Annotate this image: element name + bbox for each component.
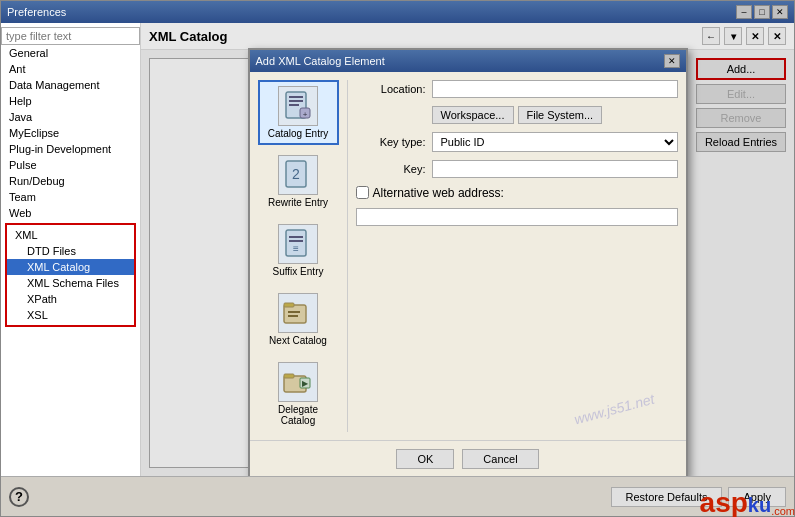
next-catalog-icon-item[interactable]: Next Catalog bbox=[258, 287, 339, 352]
cancel-button[interactable]: Cancel bbox=[462, 449, 538, 469]
alt-web-input-row bbox=[356, 208, 678, 226]
header-toolbar: ← ▾ ✕ ✕ bbox=[702, 27, 786, 45]
location-label: Location: bbox=[356, 83, 426, 95]
window-title: Preferences bbox=[7, 6, 66, 18]
sidebar-item-plugin-dev[interactable]: Plug-in Development bbox=[1, 141, 140, 157]
filter-input[interactable] bbox=[1, 27, 140, 45]
delegate-catalog-icon-item[interactable]: ▶ Delegate Catalog bbox=[258, 356, 339, 432]
rewrite-entry-label: Rewrite Entry bbox=[268, 197, 328, 208]
modal-close-btn[interactable]: ✕ bbox=[664, 54, 680, 68]
svg-text:2: 2 bbox=[292, 166, 300, 182]
sidebar-item-web[interactable]: Web bbox=[1, 205, 140, 221]
ok-button[interactable]: OK bbox=[396, 449, 454, 469]
rewrite-entry-icon: 2 bbox=[278, 155, 318, 195]
restore-defaults-btn[interactable]: Restore Defaults bbox=[611, 487, 723, 507]
svg-rect-1 bbox=[289, 96, 303, 98]
sidebar-item-ant[interactable]: Ant bbox=[1, 61, 140, 77]
modal-body: + Catalog Entry 2 bbox=[250, 72, 686, 440]
sidebar-item-xsl[interactable]: XSL bbox=[7, 307, 134, 323]
key-label: Key: bbox=[356, 163, 426, 175]
next-catalog-label: Next Catalog bbox=[269, 335, 327, 346]
alt-web-row: Alternative web address: bbox=[356, 186, 678, 200]
modal-icon-panel: + Catalog Entry 2 bbox=[258, 80, 348, 432]
key-row: Key: bbox=[356, 160, 678, 178]
location-input[interactable] bbox=[432, 80, 678, 98]
modal-watermark: www.js51.net bbox=[572, 390, 656, 427]
title-bar-buttons: – □ ✕ bbox=[736, 5, 788, 19]
suffix-entry-icon-item[interactable]: ≡ Suffix Entry bbox=[258, 218, 339, 283]
svg-rect-12 bbox=[284, 305, 306, 323]
alt-web-label: Alternative web address: bbox=[373, 186, 504, 200]
maximize-btn[interactable]: □ bbox=[754, 5, 770, 19]
alt-web-input[interactable] bbox=[356, 208, 678, 226]
xml-group: XML DTD Files XML Catalog XML Schema Fil… bbox=[5, 223, 136, 327]
delegate-catalog-icon: ▶ bbox=[278, 362, 318, 402]
sidebar-item-java[interactable]: Java bbox=[1, 109, 140, 125]
content-header: XML Catalog ← ▾ ✕ ✕ bbox=[141, 23, 794, 50]
sidebar-item-xpath[interactable]: XPath bbox=[7, 291, 134, 307]
modal-footer: OK Cancel bbox=[250, 440, 686, 477]
sidebar-item-myeclipse[interactable]: MyEclipse bbox=[1, 125, 140, 141]
close-btn2[interactable]: ✕ bbox=[746, 27, 764, 45]
modal-form: Location: Workspace... File System... bbox=[356, 80, 678, 432]
location-buttons: Workspace... File System... bbox=[432, 106, 603, 124]
key-type-select[interactable]: Public ID System ID URI bbox=[432, 132, 678, 152]
suffix-entry-label: Suffix Entry bbox=[273, 266, 324, 277]
key-input[interactable] bbox=[432, 160, 678, 178]
add-xml-catalog-dialog: Add XML Catalog Element ✕ bbox=[248, 48, 688, 477]
modal-title-bar: Add XML Catalog Element ✕ bbox=[250, 50, 686, 72]
suffix-entry-icon: ≡ bbox=[278, 224, 318, 264]
key-type-row: Key type: Public ID System ID URI bbox=[356, 132, 678, 152]
svg-text:≡: ≡ bbox=[293, 243, 299, 254]
workspace-btn[interactable]: Workspace... bbox=[432, 106, 514, 124]
sidebar: General Ant Data Management Help Java My… bbox=[1, 23, 141, 476]
svg-rect-15 bbox=[288, 315, 298, 317]
sidebar-item-pulse[interactable]: Pulse bbox=[1, 157, 140, 173]
filesystem-btn[interactable]: File System... bbox=[518, 106, 603, 124]
svg-rect-17 bbox=[284, 374, 294, 378]
alt-web-checkbox[interactable] bbox=[356, 186, 369, 199]
svg-rect-14 bbox=[288, 311, 300, 313]
main-content: XML Catalog ← ▾ ✕ ✕ Add... Edit... Remov… bbox=[141, 23, 794, 476]
svg-rect-10 bbox=[289, 240, 303, 242]
svg-text:▶: ▶ bbox=[302, 379, 309, 388]
help-icon[interactable]: ? bbox=[9, 487, 29, 507]
sidebar-item-run-debug[interactable]: Run/Debug bbox=[1, 173, 140, 189]
sidebar-item-data-management[interactable]: Data Management bbox=[1, 77, 140, 93]
sidebar-item-xml-schema-files[interactable]: XML Schema Files bbox=[7, 275, 134, 291]
sidebar-item-general[interactable]: General bbox=[1, 45, 140, 61]
sidebar-item-xml[interactable]: XML bbox=[7, 227, 134, 243]
bottom-right-buttons: Restore Defaults Apply bbox=[611, 487, 786, 507]
location-row: Location: bbox=[356, 80, 678, 98]
sidebar-item-team[interactable]: Team bbox=[1, 189, 140, 205]
catalog-entry-icon-item[interactable]: + Catalog Entry bbox=[258, 80, 339, 145]
minimize-btn[interactable]: – bbox=[736, 5, 752, 19]
catalog-entry-icon: + bbox=[278, 86, 318, 126]
svg-rect-3 bbox=[289, 104, 299, 106]
content-area: Add... Edit... Remove Reload Entries Add… bbox=[141, 50, 794, 476]
rewrite-entry-icon-item[interactable]: 2 Rewrite Entry bbox=[258, 149, 339, 214]
apply-btn[interactable]: Apply bbox=[728, 487, 786, 507]
sidebar-item-xml-catalog[interactable]: XML Catalog bbox=[7, 259, 134, 275]
dropdown-btn[interactable]: ▾ bbox=[724, 27, 742, 45]
location-buttons-row: Workspace... File System... bbox=[356, 106, 678, 124]
main-window: Preferences – □ ✕ General Ant Data Manag… bbox=[0, 0, 795, 517]
svg-rect-9 bbox=[289, 236, 303, 238]
delegate-catalog-label: Delegate Catalog bbox=[264, 404, 333, 426]
sidebar-item-help[interactable]: Help bbox=[1, 93, 140, 109]
modal-overlay: Add XML Catalog Element ✕ bbox=[141, 50, 794, 476]
title-bar: Preferences – □ ✕ bbox=[1, 1, 794, 23]
key-type-label: Key type: bbox=[356, 136, 426, 148]
sidebar-item-dtd-files[interactable]: DTD Files bbox=[7, 243, 134, 259]
svg-text:+: + bbox=[303, 110, 308, 119]
svg-rect-2 bbox=[289, 100, 303, 102]
bottom-bar: ? Restore Defaults Apply bbox=[1, 476, 794, 516]
next-catalog-icon bbox=[278, 293, 318, 333]
close-btn[interactable]: ✕ bbox=[772, 5, 788, 19]
svg-rect-13 bbox=[284, 303, 294, 307]
modal-title: Add XML Catalog Element bbox=[256, 55, 385, 67]
back-btn[interactable]: ← bbox=[702, 27, 720, 45]
catalog-entry-label: Catalog Entry bbox=[268, 128, 329, 139]
close-btn3[interactable]: ✕ bbox=[768, 27, 786, 45]
window-body: General Ant Data Management Help Java My… bbox=[1, 23, 794, 476]
